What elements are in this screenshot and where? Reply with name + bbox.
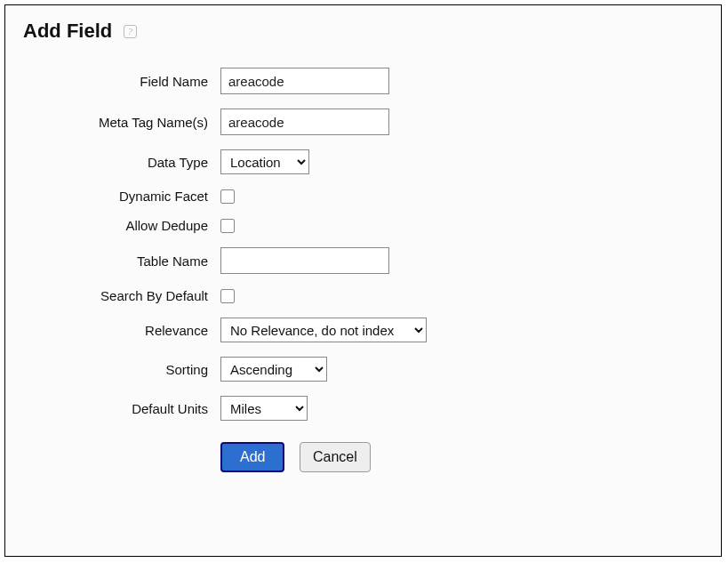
meta-tag-names-input[interactable] <box>220 109 389 135</box>
field-name-input[interactable] <box>220 68 389 94</box>
label-dynamic-facet: Dynamic Facet <box>23 189 220 204</box>
relevance-select[interactable]: No Relevance, do not index <box>220 318 427 342</box>
default-units-select[interactable]: Miles <box>220 396 308 421</box>
sorting-select[interactable]: Ascending <box>220 357 327 382</box>
row-meta-tag-names: Meta Tag Name(s) <box>23 109 703 135</box>
row-table-name: Table Name <box>23 247 703 274</box>
label-sorting: Sorting <box>23 362 220 377</box>
cancel-button[interactable]: Cancel <box>300 442 371 472</box>
label-data-type: Data Type <box>23 155 220 170</box>
label-meta-tag-names: Meta Tag Name(s) <box>23 115 220 130</box>
label-allow-dedupe: Allow Dedupe <box>23 218 220 233</box>
header-row: Add Field ? <box>23 20 703 43</box>
table-name-input[interactable] <box>220 247 389 274</box>
label-field-name: Field Name <box>23 74 220 89</box>
row-search-by-default: Search By Default <box>23 288 703 303</box>
row-allow-dedupe: Allow Dedupe <box>23 218 703 233</box>
actions-row: Add Cancel <box>220 442 703 472</box>
row-field-name: Field Name <box>23 68 703 94</box>
row-data-type: Data Type Location <box>23 149 703 174</box>
data-type-select[interactable]: Location <box>220 149 309 174</box>
add-field-form: Field Name Meta Tag Name(s) Data Type Lo… <box>23 68 703 472</box>
label-relevance: Relevance <box>23 323 220 338</box>
search-by-default-checkbox[interactable] <box>220 289 235 303</box>
dynamic-facet-checkbox[interactable] <box>220 189 235 204</box>
row-dynamic-facet: Dynamic Facet <box>23 189 703 204</box>
add-button[interactable]: Add <box>220 442 284 472</box>
label-default-units: Default Units <box>23 401 220 416</box>
add-field-panel: Add Field ? Field Name Meta Tag Name(s) … <box>4 4 722 557</box>
label-search-by-default: Search By Default <box>23 288 220 303</box>
row-default-units: Default Units Miles <box>23 396 703 421</box>
row-relevance: Relevance No Relevance, do not index <box>23 318 703 342</box>
help-icon[interactable]: ? <box>124 25 137 38</box>
label-table-name: Table Name <box>23 253 220 269</box>
page-title: Add Field <box>23 20 112 43</box>
row-sorting: Sorting Ascending <box>23 357 703 382</box>
allow-dedupe-checkbox[interactable] <box>220 219 235 233</box>
